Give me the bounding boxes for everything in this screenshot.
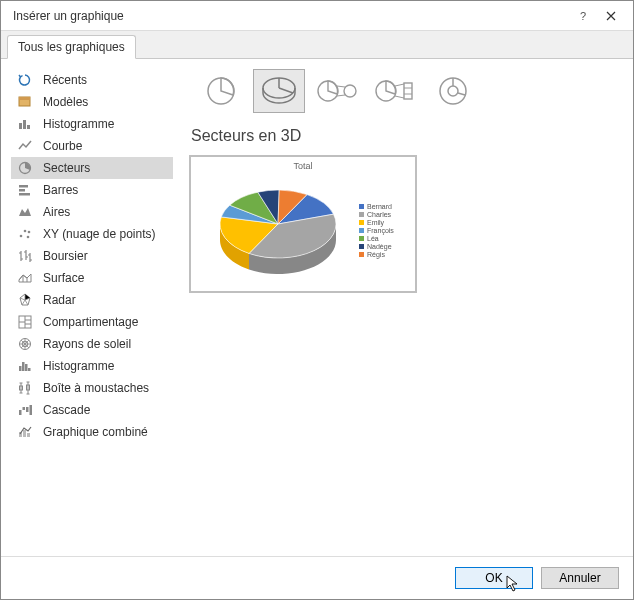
sidebar-item-combo-chart[interactable]: Graphique combiné <box>11 421 173 443</box>
cancel-button[interactable]: Annuler <box>541 567 619 589</box>
chart-legend: BernardCharlesEmilyFrançoisLéaNadègeRégi… <box>359 202 409 259</box>
help-button[interactable]: ? <box>569 4 597 28</box>
template-icon <box>17 94 33 110</box>
sidebar-item-surface-chart[interactable]: Surface <box>11 267 173 289</box>
dialog-footer: OK Annuler <box>1 556 633 599</box>
sidebar-item-boxplot[interactable]: Boîte à moustaches <box>11 377 173 399</box>
subtype-pie[interactable] <box>195 69 247 113</box>
chart-subtype-title: Secteurs en 3D <box>191 127 621 145</box>
sidebar-item-label: Cascade <box>43 403 90 417</box>
chart-preview-title: Total <box>197 161 409 171</box>
svg-rect-28 <box>23 430 26 437</box>
svg-point-12 <box>27 236 30 239</box>
sidebar-item-stock-chart[interactable]: Boursier <box>11 245 173 267</box>
waterfall-icon <box>17 402 33 418</box>
legend-label: Charles <box>367 211 391 218</box>
legend-item: Bernard <box>359 203 409 210</box>
svg-rect-26 <box>30 405 33 415</box>
sunburst-icon <box>17 336 33 352</box>
legend-item: Emily <box>359 219 409 226</box>
sidebar-item-label: Aires <box>43 205 70 219</box>
tab-strip: Tous les graphiques <box>1 31 633 59</box>
sidebar-item-template[interactable]: Modèles <box>11 91 173 113</box>
legend-item: Léa <box>359 235 409 242</box>
sidebar-item-pie-chart[interactable]: Secteurs <box>11 157 173 179</box>
legend-item: Charles <box>359 211 409 218</box>
legend-item: Nadège <box>359 243 409 250</box>
legend-swatch <box>359 212 364 217</box>
subtype-pie-of-pie[interactable] <box>311 69 363 113</box>
sidebar-item-column-chart[interactable]: Histogramme <box>11 113 173 135</box>
sidebar-item-waterfall[interactable]: Cascade <box>11 399 173 421</box>
svg-rect-4 <box>23 120 26 129</box>
combo-chart-icon <box>17 424 33 440</box>
legend-swatch <box>359 236 364 241</box>
sidebar-item-recent[interactable]: Récents <box>11 69 173 91</box>
bar-chart-icon <box>17 182 33 198</box>
svg-point-10 <box>20 235 23 238</box>
legend-label: Léa <box>367 235 379 242</box>
treemap-icon <box>17 314 33 330</box>
sidebar-item-area-chart[interactable]: Aires <box>11 201 173 223</box>
insert-chart-dialog: Insérer un graphique ? Tous les graphiqu… <box>0 0 634 600</box>
svg-rect-2 <box>19 97 30 100</box>
legend-swatch <box>359 252 364 257</box>
area-chart-icon <box>17 204 33 220</box>
line-chart-icon <box>17 138 33 154</box>
chart-main-panel: Secteurs en 3D Total BernardCharlesEmily… <box>177 59 633 556</box>
svg-rect-18 <box>22 362 25 371</box>
legend-label: Emily <box>367 219 384 226</box>
subtype-bar-of-pie[interactable] <box>369 69 421 113</box>
stock-chart-icon <box>17 248 33 264</box>
sidebar-item-label: Histogramme <box>43 359 114 373</box>
surface-chart-icon <box>17 270 33 286</box>
svg-point-13 <box>28 231 31 234</box>
sidebar-item-radar-chart[interactable]: Radar <box>11 289 173 311</box>
sidebar-item-label: Surface <box>43 271 84 285</box>
sidebar-item-label: Récents <box>43 73 87 87</box>
sidebar-item-label: Boîte à moustaches <box>43 381 149 395</box>
chart-category-sidebar: RécentsModèlesHistogrammeCourbeSecteursB… <box>1 59 177 556</box>
sidebar-item-label: XY (nuage de points) <box>43 227 156 241</box>
sidebar-item-label: Radar <box>43 293 76 307</box>
sidebar-item-bar-chart[interactable]: Barres <box>11 179 173 201</box>
close-icon <box>606 11 616 21</box>
sidebar-item-sunburst[interactable]: Rayons de soleil <box>11 333 173 355</box>
column-chart-icon <box>17 116 33 132</box>
legend-swatch <box>359 220 364 225</box>
legend-swatch <box>359 228 364 233</box>
tab-all-charts[interactable]: Tous les graphiques <box>7 35 136 59</box>
legend-swatch <box>359 244 364 249</box>
svg-rect-17 <box>19 366 22 371</box>
subtype-doughnut[interactable] <box>427 69 479 113</box>
legend-label: Régis <box>367 251 385 258</box>
sidebar-item-histogram[interactable]: Histogramme <box>11 355 173 377</box>
sidebar-item-label: Secteurs <box>43 161 90 175</box>
sidebar-item-treemap[interactable]: Compartimentage <box>11 311 173 333</box>
sidebar-item-label: Courbe <box>43 139 82 153</box>
svg-rect-19 <box>25 364 28 371</box>
svg-rect-35 <box>404 83 412 99</box>
svg-rect-20 <box>28 368 31 371</box>
titlebar: Insérer un graphique ? <box>1 1 633 31</box>
chart-preview[interactable]: Total BernardCharlesEmilyFrançoisLéaNadè… <box>189 155 417 293</box>
legend-swatch <box>359 204 364 209</box>
legend-label: Nadège <box>367 243 392 250</box>
histogram-icon <box>17 358 33 374</box>
recent-icon <box>17 72 33 88</box>
sidebar-item-label: Graphique combiné <box>43 425 148 439</box>
legend-label: Bernard <box>367 203 392 210</box>
svg-rect-8 <box>19 189 25 192</box>
sidebar-item-label: Modèles <box>43 95 88 109</box>
sidebar-item-scatter-chart[interactable]: XY (nuage de points) <box>11 223 173 245</box>
sidebar-item-label: Histogramme <box>43 117 114 131</box>
scatter-chart-icon <box>17 226 33 242</box>
sidebar-item-line-chart[interactable]: Courbe <box>11 135 173 157</box>
chart-subtype-row <box>195 69 621 113</box>
close-button[interactable] <box>597 4 625 28</box>
subtype-pie-3d[interactable] <box>253 69 305 113</box>
pie-chart-icon <box>17 160 33 176</box>
svg-rect-5 <box>27 125 30 129</box>
ok-button[interactable]: OK <box>455 567 533 589</box>
svg-point-11 <box>24 230 27 233</box>
